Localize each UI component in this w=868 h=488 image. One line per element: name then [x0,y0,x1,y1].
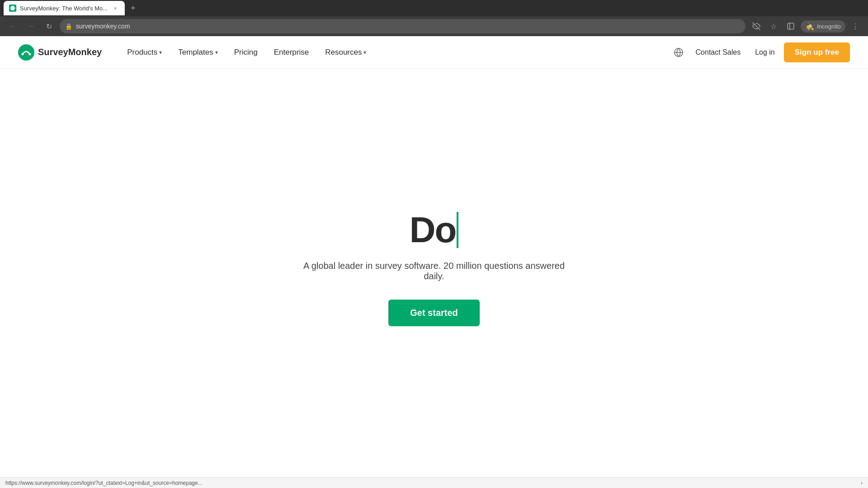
menu-button[interactable]: ⋮ [848,19,863,33]
lock-icon: 🔒 [65,23,72,30]
svg-point-3 [18,44,34,61]
resources-chevron-icon: ▾ [363,49,366,56]
star-icon[interactable]: ☆ [766,19,781,33]
new-tab-button[interactable]: + [127,2,139,14]
browser-toolbar: ← → ↻ 🔒 surveymonkey.com ☆ 🕵 Incognito ⋮ [0,16,868,36]
svg-point-4 [22,53,24,55]
url-text: surveymonkey.com [76,23,740,30]
nav-enterprise-label: Enterprise [274,48,309,57]
back-button[interactable]: ← [5,19,20,33]
status-arrow: › [861,480,863,486]
toolbar-right: ☆ 🕵 Incognito ⋮ [749,19,863,33]
products-chevron-icon: ▾ [159,49,162,56]
sidebar-icon[interactable] [783,19,798,33]
website-content: SurveyMonkey Products ▾ Templates ▾ Pric… [0,36,868,468]
status-bar-right: › [861,480,863,486]
globe-icon-button[interactable] [670,44,687,61]
logo-text: SurveyMonkey [38,47,102,57]
logo-icon [18,44,34,61]
hero-subtext: A global leader in survey software. 20 m… [298,261,570,282]
reload-button[interactable]: ↻ [42,19,56,33]
address-bar[interactable]: 🔒 surveymonkey.com [60,19,745,33]
templates-chevron-icon: ▾ [215,49,218,56]
hero-heading-text: Do [410,210,456,250]
svg-point-5 [29,53,31,55]
nav-right: Contact Sales Log in Sign up free [670,42,850,62]
hero-heading: Do [410,210,459,250]
active-tab[interactable]: SurveyMonkey: The World's Mo... × [4,1,125,15]
nav-products-label: Products [127,48,157,57]
site-nav: SurveyMonkey Products ▾ Templates ▾ Pric… [0,36,868,69]
tab-close-button[interactable]: × [111,4,119,12]
get-started-button[interactable]: Get started [388,300,480,326]
forward-button[interactable]: → [24,19,38,33]
tab-title: SurveyMonkey: The World's Mo... [20,5,108,12]
nav-item-templates[interactable]: Templates ▾ [171,44,225,61]
text-cursor [457,212,458,248]
nav-templates-label: Templates [178,48,213,57]
signup-button[interactable]: Sign up free [784,42,850,62]
nav-items: Products ▾ Templates ▾ Pricing Enterpris… [120,44,670,61]
nav-item-resources[interactable]: Resources ▾ [318,44,373,61]
status-url: https://www.surveymonkey.com/login/?ut_c… [5,480,861,486]
status-bar: https://www.surveymonkey.com/login/?ut_c… [0,477,868,488]
nav-item-enterprise[interactable]: Enterprise [267,44,316,61]
nav-resources-label: Resources [325,48,362,57]
incognito-label: Incognito [817,23,841,30]
browser-tab-bar: SurveyMonkey: The World's Mo... × + [0,0,868,16]
tab-favicon [9,5,16,12]
nav-pricing-label: Pricing [234,48,258,57]
eye-slash-icon[interactable] [749,19,764,33]
nav-item-pricing[interactable]: Pricing [227,44,265,61]
nav-item-products[interactable]: Products ▾ [120,44,169,61]
hero-section: Do A global leader in survey software. 2… [0,69,868,468]
incognito-badge[interactable]: 🕵 Incognito [801,20,845,33]
contact-sales-link[interactable]: Contact Sales [690,45,746,60]
logo[interactable]: SurveyMonkey [18,44,102,61]
login-link[interactable]: Log in [750,45,780,60]
svg-rect-1 [788,23,794,29]
incognito-icon: 🕵 [805,22,814,31]
